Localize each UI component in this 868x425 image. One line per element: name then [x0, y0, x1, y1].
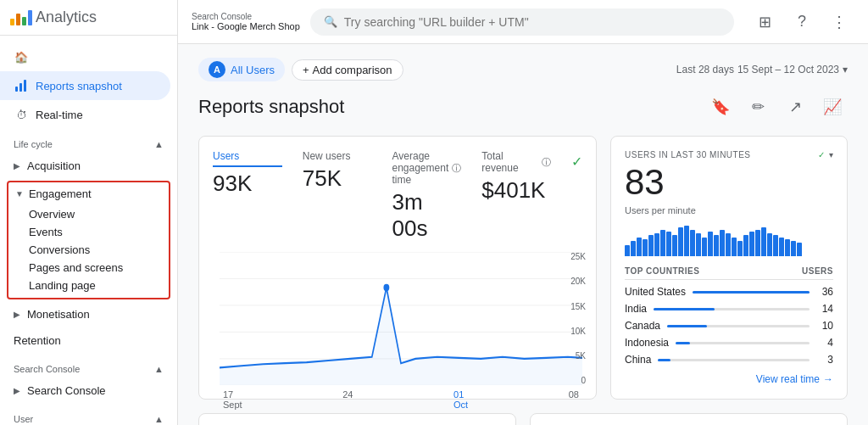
chevron-down-icon: ▾: [843, 64, 848, 75]
page-title-row: Reports snapshot 🔖 ✏ ↗ 📈: [198, 92, 848, 122]
sidebar-item-acquisition[interactable]: ▶ Acquisition: [0, 153, 170, 179]
page-title: Reports snapshot: [198, 96, 344, 118]
realtime-bar: [654, 233, 659, 256]
country-count: 10: [816, 320, 833, 332]
chart-area: 17Sept 24 01Oct 08: [220, 252, 582, 385]
country-count: 3: [816, 354, 833, 366]
app-title: Analytics: [36, 8, 97, 26]
new-users-value: 75K: [303, 165, 372, 192]
sidebar-item-conversions[interactable]: Conversions: [8, 241, 169, 259]
realtime-card: Users in last 30 minutes ✓ ▾ 83 Users pe…: [610, 136, 848, 400]
monetisation-label: Monetisation: [27, 308, 90, 321]
all-users-label: All Users: [231, 64, 275, 76]
realtime-bar: [737, 241, 743, 256]
realtime-bar: [779, 238, 784, 257]
realtime-bar: [773, 235, 778, 256]
logo-bar-3: [22, 17, 26, 25]
search-console-toggle[interactable]: ▲: [154, 364, 164, 374]
more-icon-button[interactable]: ⋮: [824, 7, 854, 37]
help-icon-button[interactable]: ?: [787, 7, 817, 37]
realtime-bar: [690, 230, 695, 257]
realtime-bar: [785, 239, 790, 256]
realtime-bar: [648, 235, 654, 256]
realtime-bar: [732, 238, 737, 257]
realtime-bar: [637, 238, 642, 257]
sidebar-header: Analytics: [0, 0, 177, 36]
realtime-bar: [625, 245, 630, 257]
sidebar-item-landing-page[interactable]: Landing page: [8, 277, 169, 294]
chart-icon: 📈: [823, 98, 842, 116]
content-area: A All Users + Add comparison Last 28 day…: [178, 44, 868, 425]
edit-button[interactable]: ✏: [743, 92, 773, 122]
acquisition-label: Acquisition: [27, 159, 81, 172]
realtime-bar: [767, 233, 772, 256]
realtime-bar: [666, 232, 671, 256]
share-button[interactable]: ↗: [780, 92, 810, 122]
plus-icon: +: [303, 64, 309, 76]
sidebar-item-retention[interactable]: Retention: [0, 327, 170, 354]
add-comparison-button[interactable]: + Add comparison: [292, 59, 403, 81]
sidebar-item-events[interactable]: Events: [8, 223, 169, 241]
country-count: 36: [816, 286, 833, 298]
info-icon: ⓘ: [452, 162, 461, 175]
all-users-chip[interactable]: A All Users: [198, 58, 285, 81]
filter-bar: A All Users + Add comparison: [198, 58, 403, 81]
svg-rect-2: [24, 80, 26, 92]
realtime-bar: [678, 227, 683, 256]
sidebar-item-realtime[interactable]: ⏱ Real-time: [0, 100, 170, 129]
country-name: Canada: [625, 320, 660, 332]
engagement-section: ▼ Engagement Overview Events Conversions…: [7, 181, 170, 299]
sidebar-item-search-console[interactable]: ▶ Search Console: [0, 377, 170, 404]
realtime-bar: [797, 243, 802, 256]
bookmark-button[interactable]: 🔖: [705, 92, 736, 122]
country-row: China 3: [625, 351, 833, 368]
check-icon: ✓: [571, 154, 582, 170]
metrics-grid: Users 93K New users 75K Average engageme…: [213, 150, 582, 242]
realtime-bar: [749, 232, 754, 256]
country-bar-wrap: [667, 325, 810, 327]
sidebar-item-reports-snapshot[interactable]: Reports snapshot: [0, 71, 170, 100]
view-realtime-link[interactable]: View real time →: [625, 368, 833, 385]
grid-icon: ⊞: [759, 13, 771, 31]
date-range[interactable]: Last 28 days 15 Sept – 12 Oct 2023 ▾: [676, 64, 848, 75]
realtime-bar: [708, 232, 713, 256]
user-avatar: A: [209, 61, 225, 78]
apps-icon-button[interactable]: ⊞: [749, 7, 780, 37]
sidebar-item-pages-and-screens[interactable]: Pages and screens: [8, 259, 169, 277]
search-input[interactable]: [344, 15, 721, 29]
svg-rect-0: [15, 87, 18, 92]
lifecycle-section-header: Life cycle ▲: [0, 132, 177, 153]
user-section-toggle[interactable]: ▲: [154, 414, 164, 424]
user-section-header: User ▲: [0, 407, 177, 425]
search-bar[interactable]: 🔍: [310, 8, 734, 36]
bookmark-icon: 🔖: [711, 98, 730, 116]
logo: Analytics: [10, 8, 97, 26]
lifecycle-toggle[interactable]: ▲: [154, 139, 164, 149]
revenue-label: Total revenue ⓘ: [481, 150, 551, 174]
country-row: United States 36: [625, 283, 833, 300]
sidebar-item-monetisation[interactable]: ▶ Monetisation: [0, 301, 170, 327]
logo-bar-4: [28, 10, 32, 25]
reports-snapshot-label: Reports snapshot: [36, 80, 122, 92]
sidebar-item-home[interactable]: 🏠: [0, 42, 170, 71]
sidebar-item-engagement[interactable]: ▼ Engagement: [8, 182, 169, 205]
realtime-check: ✓ ▾: [818, 150, 833, 159]
realtime-bar: [743, 235, 748, 256]
metric-revenue: Total revenue ⓘ $401K: [481, 150, 551, 242]
realtime-bar: [755, 230, 760, 257]
realtime-bar: [702, 238, 707, 257]
metric-users: Users 93K: [213, 150, 282, 242]
country-count: 14: [816, 303, 833, 315]
sidebar-item-overview[interactable]: Overview: [8, 205, 169, 223]
topbar-actions: ⊞ ? ⋮: [749, 7, 854, 37]
chart-x-labels: 17Sept 24 01Oct 08: [220, 389, 582, 410]
users-per-minute-label: Users per minute: [625, 205, 833, 215]
content-header: A All Users + Add comparison Last 28 day…: [198, 58, 848, 81]
countries-list: United States 36 India 14 Canada 10 Indo…: [625, 283, 833, 368]
chart-container: 25K 20K 15K 10K 5K 0: [213, 252, 582, 385]
realtime-bar: [761, 227, 766, 256]
metric-engagement: Average engagement time ⓘ 3m 00s: [392, 150, 462, 242]
chart-type-button[interactable]: 📈: [817, 92, 848, 122]
realtime-value: 83: [625, 163, 833, 202]
country-row: Canada 10: [625, 317, 833, 334]
